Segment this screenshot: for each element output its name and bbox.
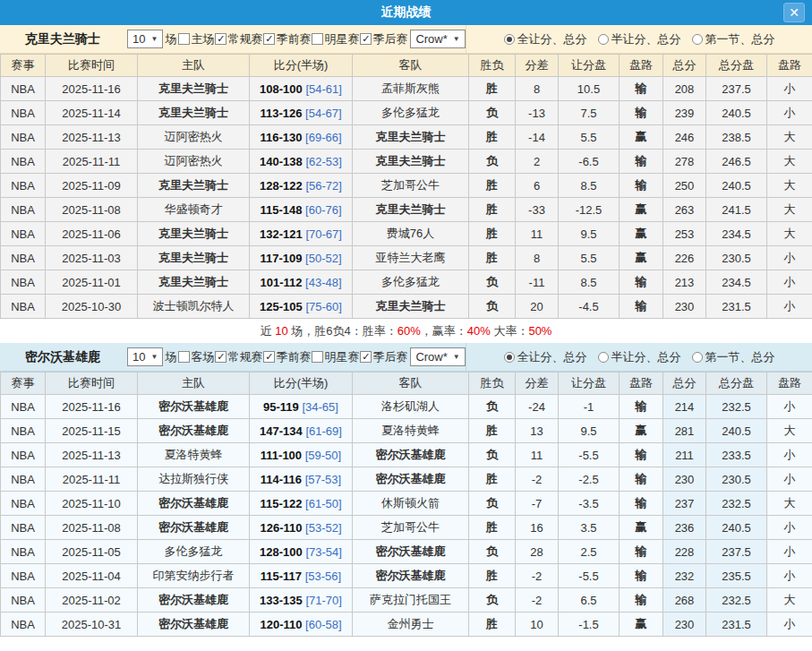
checkbox-box[interactable]: ✓	[360, 351, 372, 363]
odds-provider-select[interactable]: Crow*▼	[410, 30, 465, 48]
odds-scope-radio[interactable]: 全让分、总分	[504, 31, 587, 47]
handicap-line-cell: -1	[559, 395, 620, 419]
total-line-cell: 238.5	[706, 125, 767, 150]
over-under-cell: 小	[767, 77, 812, 101]
handicap-result-cell: 输	[620, 77, 663, 101]
over-under-cell: 大	[767, 150, 812, 174]
date-cell: 2025-11-05	[46, 540, 138, 564]
checkbox-box[interactable]	[178, 33, 190, 45]
radio-button[interactable]	[504, 34, 515, 45]
handicap-line-cell: -5.5	[559, 564, 620, 588]
date-cell: 2025-11-16	[46, 395, 138, 419]
point-diff-cell: 2	[516, 150, 559, 174]
full-score: 108-100	[260, 82, 303, 96]
filter-checkbox[interactable]: ✓季后赛	[360, 31, 407, 47]
date-cell: 2025-11-02	[46, 588, 138, 612]
over-under-cell: 大	[767, 174, 812, 198]
checkbox-box[interactable]: ✓	[360, 33, 372, 45]
score-cell: 147-134 [61-69]	[250, 419, 353, 443]
checkbox-box[interactable]: ✓	[263, 351, 275, 363]
odds-scope-radio[interactable]: 第一节、总分	[692, 349, 775, 365]
date-cell: 2025-11-10	[46, 492, 138, 516]
league-cell: NBA	[1, 222, 46, 246]
odds-provider-select[interactable]: Crow*▼	[410, 347, 465, 366]
half-score: [57-53]	[305, 473, 341, 486]
filter-checkbox[interactable]: 主场	[178, 31, 214, 47]
handicap-line-cell: 2.5	[559, 540, 620, 564]
handicap-line-cell: 6.5	[559, 588, 620, 612]
odds-scope-radio[interactable]: 半让分、总分	[598, 31, 681, 47]
filter-checkbox[interactable]: 明星赛	[312, 349, 359, 365]
filter-checkbox[interactable]: ✓常规赛	[215, 349, 262, 365]
checkbox-box[interactable]: ✓	[215, 33, 227, 45]
full-score: 120-110	[260, 618, 302, 631]
filter-checkbox[interactable]: ✓常规赛	[215, 31, 262, 47]
filter-checkbox[interactable]: ✓季前赛	[263, 349, 311, 365]
games-count-select[interactable]: 10▼	[127, 347, 163, 366]
column-header: 胜负	[469, 373, 516, 395]
over-under-cell: 小	[767, 395, 812, 419]
home-team-cell: 密尔沃基雄鹿	[138, 612, 250, 637]
point-diff-cell: 10	[516, 612, 559, 637]
away-team-cell: 夏洛特黄蜂	[353, 419, 469, 443]
total-line-cell: 232.5	[706, 588, 767, 612]
score-cell: 115-117 [53-56]	[250, 564, 353, 588]
league-cell: NBA	[1, 540, 46, 564]
checkbox-box[interactable]: ✓	[263, 33, 275, 45]
checkbox-box[interactable]: ✓	[215, 351, 227, 363]
radio-label: 半让分、总分	[611, 349, 681, 365]
win-loss-cell: 胜	[469, 77, 516, 101]
filter-checkbox[interactable]: 客场	[178, 349, 214, 365]
filter-checkbox[interactable]: ✓季后赛	[360, 349, 407, 365]
filter-checkbox[interactable]: 明星赛	[312, 31, 359, 47]
team-section: 密尔沃基雄鹿 10▼ 场 客场✓常规赛✓季前赛明星赛✓季后赛 Crow*▼ 全让…	[0, 343, 812, 637]
titlebar: 近期战绩 ✕	[0, 0, 812, 25]
over-under-cell: 大	[767, 419, 812, 443]
radio-button[interactable]	[504, 352, 515, 363]
column-header: 比分(半场)	[250, 373, 353, 395]
radio-button[interactable]	[692, 34, 703, 45]
total-line-cell: 240.5	[706, 174, 767, 198]
home-team-cell: 克里夫兰骑士	[138, 77, 250, 101]
radio-button[interactable]	[598, 34, 609, 45]
over-under-cell: 大	[767, 198, 812, 222]
total-line-cell: 237.5	[706, 540, 767, 564]
handicap-line-cell: 9.5	[559, 419, 620, 443]
checkbox-box[interactable]	[178, 351, 190, 363]
checkbox-box[interactable]	[312, 33, 323, 45]
date-cell: 2025-11-08	[46, 198, 138, 222]
odds-scope-radio[interactable]: 第一节、总分	[692, 31, 775, 47]
filter-checkbox[interactable]: ✓季前赛	[263, 31, 311, 47]
point-diff-cell: 11	[516, 222, 559, 246]
total-line-cell: 246.5	[706, 150, 767, 174]
checkbox-label: 季后赛	[372, 31, 407, 47]
radio-label: 全让分、总分	[517, 31, 587, 47]
handicap-result-cell: 输	[620, 395, 663, 419]
total-points-cell: 239	[663, 101, 706, 125]
odds-scope-radio[interactable]: 全让分、总分	[504, 349, 587, 365]
chevron-down-icon: ▼	[150, 353, 158, 361]
radio-button[interactable]	[692, 352, 703, 363]
full-score: 125-105	[260, 300, 303, 313]
handicap-result-cell: 赢	[620, 246, 663, 270]
column-header: 客队	[353, 55, 469, 77]
team-controls-bar: 密尔沃基雄鹿 10▼ 场 客场✓常规赛✓季前赛明星赛✓季后赛 Crow*▼ 全让…	[0, 343, 812, 372]
odds-scope-radio[interactable]: 半让分、总分	[598, 349, 681, 365]
win-loss-cell: 负	[469, 395, 516, 419]
handicap-result-cell: 输	[620, 564, 663, 588]
total-points-cell: 232	[663, 564, 706, 588]
half-score: [34-65]	[302, 400, 338, 414]
checkbox-box[interactable]	[312, 351, 323, 363]
handicap-result-cell: 赢	[620, 198, 663, 222]
summary-line: 近 10 场，胜6负4：胜率：60%，赢率：40% 大率：50%	[0, 319, 812, 343]
close-icon[interactable]: ✕	[783, 3, 805, 22]
half-score: [43-48]	[305, 276, 341, 289]
odds-provider-value: Crow*	[415, 350, 447, 364]
total-points-cell: 237	[663, 492, 706, 516]
league-cell: NBA	[1, 125, 46, 150]
radio-button[interactable]	[598, 352, 609, 363]
full-score: 115-117	[261, 570, 302, 583]
date-cell: 2025-10-30	[46, 295, 138, 319]
score-cell: 120-110 [60-58]	[250, 612, 353, 637]
games-count-select[interactable]: 10▼	[127, 30, 163, 48]
